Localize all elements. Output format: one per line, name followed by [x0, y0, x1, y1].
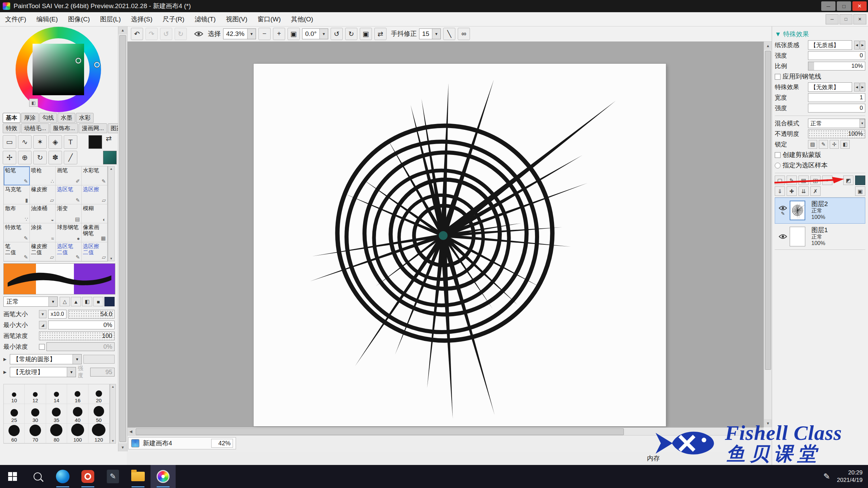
scroll-left-icon[interactable]: ◀ — [127, 428, 135, 435]
expander-icon[interactable]: ▶ — [3, 370, 8, 374]
menu-item[interactable]: 滤镜(T) — [190, 12, 221, 26]
history-back-button[interactable]: ↺ — [160, 28, 172, 40]
prev-icon[interactable]: ◀ — [854, 83, 860, 92]
brush-item[interactable]: 像素画钢笔▦ — [82, 223, 108, 242]
lock-position-icon[interactable]: ✢ — [830, 140, 839, 149]
brush-item[interactable]: 渐变▤ — [56, 204, 82, 223]
brush-grid-scrollbar[interactable]: ▲▼ — [108, 166, 115, 261]
brush-size-item[interactable]: 60 — [4, 424, 25, 443]
brush-item[interactable]: 油漆桶◒ — [30, 204, 56, 223]
prev-icon[interactable]: ◀ — [854, 41, 860, 49]
brush-size-item[interactable]: 70 — [25, 424, 46, 443]
chevron-down-icon[interactable]: ▼ — [67, 367, 76, 377]
menu-item[interactable]: 尺子(R) — [158, 12, 190, 26]
menu-item[interactable]: 文件(F) — [0, 12, 31, 26]
menu-item[interactable]: 图层(L) — [95, 12, 126, 26]
expander-icon[interactable]: ▶ — [3, 357, 8, 362]
chevron-down-icon[interactable]: ▼ — [860, 119, 865, 128]
color-mode-icon[interactable]: ◧ — [29, 99, 38, 107]
layer-blend-select[interactable]: 正常 ▼ — [808, 119, 865, 128]
brush-blend-mode-select[interactable]: 正常 ▼ — [3, 297, 58, 307]
brush-item[interactable]: 铅笔✎ — [4, 166, 30, 185]
scroll-down-icon[interactable]: ▼ — [118, 443, 127, 451]
brush-size-item[interactable]: 10 — [4, 384, 25, 404]
tip-shape-button[interactable]: ◼ — [104, 297, 115, 306]
transfer-down-icon[interactable]: ⇓ — [775, 186, 785, 196]
brush-size-item[interactable]: 35 — [46, 404, 67, 424]
brush-size-item[interactable]: 50 — [88, 404, 110, 424]
brush-size-slider[interactable]: 54.0 — [68, 310, 115, 319]
maximize-button[interactable]: □ — [837, 1, 851, 11]
delete-layer-icon[interactable]: ✗ — [810, 186, 821, 196]
close-button[interactable]: ✕ — [852, 1, 867, 11]
merge-down-icon[interactable]: ⇊ — [798, 186, 809, 196]
layer-row[interactable]: 图层1正常100% — [775, 224, 865, 250]
brush-item[interactable]: 笔二值✎ — [4, 242, 30, 261]
hand-tool-icon[interactable]: ✽ — [48, 151, 62, 164]
rotate-cw-button[interactable]: ↻ — [345, 28, 357, 40]
size-unit-box[interactable]: x10.0 — [48, 310, 66, 319]
brush-size-item[interactable]: 25 — [4, 404, 25, 424]
brush-size-item[interactable]: 40 — [67, 404, 88, 424]
hue-marker[interactable] — [94, 62, 100, 67]
min-density-checkbox[interactable] — [39, 344, 45, 350]
sai-taskbar-icon[interactable] — [151, 465, 176, 488]
chevron-down-icon[interactable]: ▼ — [247, 29, 256, 39]
swap-colors-icon[interactable]: ⇄ — [106, 135, 112, 143]
brush-size-item[interactable]: 14 — [46, 384, 67, 404]
selection-sample-radio[interactable] — [775, 163, 781, 168]
notepad-taskbar-icon[interactable] — [100, 465, 125, 488]
clipping-mask-checkbox[interactable] — [775, 152, 781, 158]
collapse-arrow-icon[interactable]: ▼ — [775, 30, 781, 38]
left-panel-scrollbar[interactable]: ▲ ▼ — [118, 26, 127, 451]
brush-texture-select[interactable]: 【无纹理】 ▼ — [10, 367, 76, 377]
magic-wand-icon[interactable]: ✶ — [33, 135, 47, 149]
brush-size-item[interactable]: 20 — [88, 384, 110, 404]
brush-item[interactable]: 模糊◐ — [82, 204, 108, 223]
brush-tab[interactable]: 基本 — [3, 113, 20, 123]
brush-size-item[interactable]: 12 — [25, 384, 46, 404]
minimize-button[interactable]: ─ — [821, 1, 835, 11]
drawing-canvas[interactable] — [254, 64, 666, 426]
special-effects-header[interactable]: ▼ 特殊效果 — [775, 29, 865, 40]
brush-shape-select[interactable]: 【常规的圆形】 ▼ — [10, 354, 82, 364]
line-tool-icon[interactable]: ╲ — [443, 28, 455, 40]
tip-shape-button[interactable]: ■ — [93, 297, 103, 306]
zoom-fit-button[interactable]: ▣ — [288, 28, 300, 40]
doc-close-button[interactable]: ✕ — [853, 14, 866, 24]
brush-item[interactable]: 球形钢笔● — [56, 223, 82, 242]
selection-visibility-eye-icon[interactable] — [194, 31, 203, 37]
brush-item[interactable]: 散布∵ — [4, 204, 30, 223]
chevron-down-icon[interactable]: ▼ — [73, 354, 81, 364]
brush-size-item[interactable]: 16 — [67, 384, 88, 404]
min-size-slider[interactable]: 0% — [48, 321, 115, 329]
brush-item[interactable]: 特效笔✎ — [4, 223, 30, 242]
lasso-icon[interactable]: ∿ — [18, 135, 32, 149]
brush-tab[interactable]: 勾线 — [39, 113, 57, 123]
taskbar-search-button[interactable] — [25, 465, 50, 488]
taskbar-clock[interactable]: 20:29 2021/4/19 — [837, 469, 863, 484]
apply-pen-checkbox[interactable] — [775, 74, 781, 80]
brush-tab[interactable]: 服饰布... — [50, 123, 78, 133]
chevron-down-icon[interactable]: ▼ — [319, 29, 328, 39]
density-slider[interactable]: 100 — [39, 331, 115, 340]
min-density-slider[interactable]: 0% — [46, 342, 115, 351]
brush-item[interactable]: 选区擦▱ — [82, 185, 108, 204]
menu-item[interactable]: 图像(C) — [63, 12, 95, 26]
brush-item[interactable]: 水彩笔✎ — [82, 166, 108, 185]
canvas-viewport[interactable] — [127, 42, 764, 427]
brush-tab[interactable]: 水墨 — [58, 113, 75, 123]
saturation-value-square[interactable] — [33, 44, 84, 95]
effect-width-slider[interactable]: 1 — [808, 93, 865, 102]
zoom-in-button[interactable]: + — [273, 28, 285, 40]
brush-tab[interactable]: 漫画网... — [79, 123, 107, 133]
zoom-tool-icon[interactable]: ⊕ — [18, 151, 32, 164]
foreground-color-swatch[interactable] — [88, 135, 102, 149]
tip-shape-button[interactable]: △ — [60, 297, 70, 306]
brush-item[interactable]: 涂抹≈ — [30, 223, 56, 242]
paper-texture-select[interactable]: 【无质感】 — [808, 40, 852, 50]
tip-shape-button[interactable]: ▲ — [71, 297, 81, 306]
effect-select[interactable]: 【无效果】 — [808, 82, 852, 92]
layer-visibility-eye-icon[interactable] — [778, 205, 787, 211]
undo-button[interactable]: ↶ — [131, 28, 143, 40]
